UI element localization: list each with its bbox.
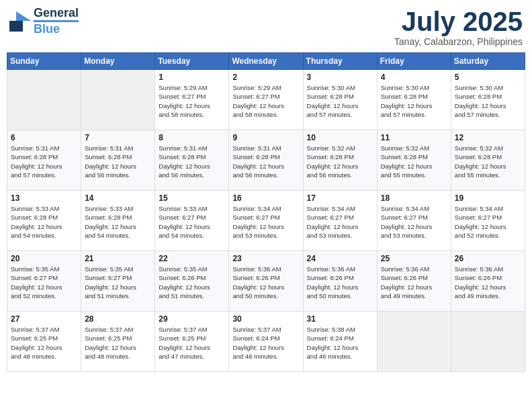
day-info: Sunrise: 5:34 AMSunset: 6:27 PMDaylight:… [232,204,299,240]
calendar-cell: 9Sunrise: 5:31 AMSunset: 6:28 PMDaylight… [229,130,303,191]
calendar-cell: 10Sunrise: 5:32 AMSunset: 6:28 PMDayligh… [303,130,377,191]
calendar-cell: 15Sunrise: 5:33 AMSunset: 6:27 PMDayligh… [155,191,229,251]
day-info: Sunrise: 5:33 AMSunset: 6:28 PMDaylight:… [85,204,151,240]
day-info: Sunrise: 5:36 AMSunset: 6:26 PMDaylight:… [455,265,521,300]
calendar-cell: 19Sunrise: 5:34 AMSunset: 6:27 PMDayligh… [451,191,525,251]
calendar-header-tuesday: Tuesday [155,53,229,70]
day-info: Sunrise: 5:30 AMSunset: 6:28 PMDaylight:… [455,83,521,119]
title-block: July 2025 Tanay, Calabarzon, Philippines [394,7,523,47]
calendar-cell: 28Sunrise: 5:37 AMSunset: 6:25 PMDayligh… [81,312,155,372]
calendar-cell: 20Sunrise: 5:35 AMSunset: 6:27 PMDayligh… [7,251,81,312]
day-info: Sunrise: 5:32 AMSunset: 6:28 PMDaylight:… [455,144,521,179]
day-number: 29 [159,314,225,324]
day-info: Sunrise: 5:34 AMSunset: 6:27 PMDaylight:… [307,204,373,240]
day-number: 28 [85,314,151,324]
calendar-cell: 1Sunrise: 5:29 AMSunset: 6:27 PMDaylight… [155,70,229,130]
day-info: Sunrise: 5:30 AMSunset: 6:28 PMDaylight:… [381,83,447,119]
calendar-cell [377,312,451,372]
day-number: 17 [307,193,373,203]
day-info: Sunrise: 5:31 AMSunset: 6:28 PMDaylight:… [11,144,77,179]
calendar-cell: 2Sunrise: 5:29 AMSunset: 6:27 PMDaylight… [229,70,303,130]
day-info: Sunrise: 5:31 AMSunset: 6:28 PMDaylight:… [85,144,151,179]
page-header: General Blue July 2025 Tanay, Calabarzon… [7,7,525,47]
day-info: Sunrise: 5:33 AMSunset: 6:28 PMDaylight:… [11,204,77,240]
calendar-cell: 3Sunrise: 5:30 AMSunset: 6:28 PMDaylight… [303,70,377,130]
calendar-cell: 27Sunrise: 5:37 AMSunset: 6:25 PMDayligh… [7,312,81,372]
calendar-cell: 24Sunrise: 5:36 AMSunset: 6:26 PMDayligh… [303,251,377,312]
day-number: 2 [232,73,299,82]
day-number: 26 [455,254,521,263]
day-info: Sunrise: 5:32 AMSunset: 6:28 PMDaylight:… [381,144,447,179]
day-number: 19 [455,193,521,203]
day-info: Sunrise: 5:29 AMSunset: 6:27 PMDaylight:… [232,83,299,119]
day-info: Sunrise: 5:34 AMSunset: 6:27 PMDaylight:… [381,204,447,240]
day-number: 5 [455,73,521,82]
day-number: 10 [307,133,373,142]
day-number: 13 [11,193,77,203]
calendar-week-row: 6Sunrise: 5:31 AMSunset: 6:28 PMDaylight… [7,130,525,191]
calendar-cell: 17Sunrise: 5:34 AMSunset: 6:27 PMDayligh… [303,191,377,251]
day-info: Sunrise: 5:29 AMSunset: 6:27 PMDaylight:… [159,83,225,119]
calendar-cell: 29Sunrise: 5:37 AMSunset: 6:25 PMDayligh… [155,312,229,372]
day-info: Sunrise: 5:31 AMSunset: 6:28 PMDaylight:… [232,144,299,179]
day-info: Sunrise: 5:30 AMSunset: 6:28 PMDaylight:… [307,83,373,119]
calendar-cell: 7Sunrise: 5:31 AMSunset: 6:28 PMDaylight… [81,130,155,191]
day-info: Sunrise: 5:36 AMSunset: 6:26 PMDaylight:… [232,265,299,300]
day-number: 7 [85,133,151,142]
calendar-cell: 23Sunrise: 5:36 AMSunset: 6:26 PMDayligh… [229,251,303,312]
location: Tanay, Calabarzon, Philippines [394,36,523,47]
logo-general: General [34,6,79,19]
day-number: 14 [85,193,151,203]
day-number: 25 [381,254,447,263]
calendar-header-monday: Monday [81,53,155,70]
calendar-cell: 5Sunrise: 5:30 AMSunset: 6:28 PMDaylight… [451,70,525,130]
calendar-cell: 6Sunrise: 5:31 AMSunset: 6:28 PMDaylight… [7,130,81,191]
logo-blue: Blue [34,22,60,36]
day-number: 31 [307,314,373,324]
calendar-cell: 12Sunrise: 5:32 AMSunset: 6:28 PMDayligh… [451,130,525,191]
calendar-header-saturday: Saturday [451,53,525,70]
calendar-cell [7,70,81,130]
calendar-week-row: 27Sunrise: 5:37 AMSunset: 6:25 PMDayligh… [7,312,525,372]
calendar-table: SundayMondayTuesdayWednesdayThursdayFrid… [7,52,525,372]
day-info: Sunrise: 5:36 AMSunset: 6:26 PMDaylight:… [307,265,373,300]
calendar-header-row: SundayMondayTuesdayWednesdayThursdayFrid… [7,53,525,70]
calendar-cell: 11Sunrise: 5:32 AMSunset: 6:28 PMDayligh… [377,130,451,191]
calendar-header-friday: Friday [377,53,451,70]
day-number: 27 [11,314,77,324]
calendar-cell [451,312,525,372]
day-number: 8 [159,133,225,142]
day-number: 6 [11,133,77,142]
calendar-cell: 4Sunrise: 5:30 AMSunset: 6:28 PMDaylight… [377,70,451,130]
day-number: 16 [232,193,299,203]
day-number: 18 [381,193,447,203]
calendar-cell: 26Sunrise: 5:36 AMSunset: 6:26 PMDayligh… [451,251,525,312]
calendar-week-row: 13Sunrise: 5:33 AMSunset: 6:28 PMDayligh… [7,191,525,251]
day-info: Sunrise: 5:37 AMSunset: 6:25 PMDaylight:… [159,325,225,361]
day-info: Sunrise: 5:37 AMSunset: 6:25 PMDaylight:… [85,325,151,361]
day-number: 11 [381,133,447,142]
calendar-cell: 21Sunrise: 5:35 AMSunset: 6:27 PMDayligh… [81,251,155,312]
day-number: 22 [159,254,225,263]
day-number: 4 [381,73,447,82]
day-number: 1 [159,73,225,82]
day-number: 23 [232,254,299,263]
logo-icon [9,11,31,32]
calendar-week-row: 20Sunrise: 5:35 AMSunset: 6:27 PMDayligh… [7,251,525,312]
day-number: 24 [307,254,373,263]
calendar-cell: 25Sunrise: 5:36 AMSunset: 6:26 PMDayligh… [377,251,451,312]
svg-marker-1 [16,11,31,21]
calendar-week-row: 1Sunrise: 5:29 AMSunset: 6:27 PMDaylight… [7,70,525,130]
day-number: 20 [11,254,77,263]
day-info: Sunrise: 5:37 AMSunset: 6:25 PMDaylight:… [11,325,77,361]
calendar-cell: 13Sunrise: 5:33 AMSunset: 6:28 PMDayligh… [7,191,81,251]
day-number: 30 [232,314,299,324]
logo: General Blue [9,7,79,36]
day-info: Sunrise: 5:35 AMSunset: 6:27 PMDaylight:… [11,265,77,300]
calendar-cell: 31Sunrise: 5:38 AMSunset: 6:24 PMDayligh… [303,312,377,372]
day-number: 21 [85,254,151,263]
day-info: Sunrise: 5:31 AMSunset: 6:28 PMDaylight:… [159,144,225,179]
calendar-header-thursday: Thursday [303,53,377,70]
day-info: Sunrise: 5:34 AMSunset: 6:27 PMDaylight:… [455,204,521,240]
calendar-cell: 14Sunrise: 5:33 AMSunset: 6:28 PMDayligh… [81,191,155,251]
